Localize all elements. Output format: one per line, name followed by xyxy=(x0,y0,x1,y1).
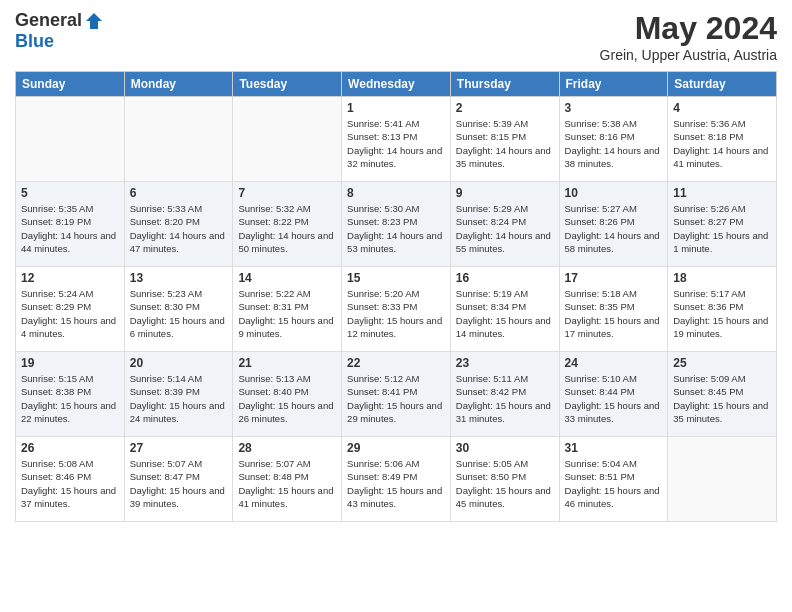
calendar-cell-5: 5Sunrise: 5:35 AMSunset: 8:19 PMDaylight… xyxy=(16,182,125,267)
calendar-header-row: SundayMondayTuesdayWednesdayThursdayFrid… xyxy=(16,72,777,97)
calendar-cell-17: 17Sunrise: 5:18 AMSunset: 8:35 PMDayligh… xyxy=(559,267,668,352)
logo-general-text: General xyxy=(15,10,82,31)
day-info: Sunrise: 5:32 AMSunset: 8:22 PMDaylight:… xyxy=(238,202,336,255)
day-info: Sunrise: 5:19 AMSunset: 8:34 PMDaylight:… xyxy=(456,287,554,340)
day-number: 20 xyxy=(130,356,228,370)
calendar-header-sunday: Sunday xyxy=(16,72,125,97)
calendar-cell-6: 6Sunrise: 5:33 AMSunset: 8:20 PMDaylight… xyxy=(124,182,233,267)
day-number: 5 xyxy=(21,186,119,200)
calendar-week-4: 19Sunrise: 5:15 AMSunset: 8:38 PMDayligh… xyxy=(16,352,777,437)
day-number: 13 xyxy=(130,271,228,285)
calendar-cell-27: 27Sunrise: 5:07 AMSunset: 8:47 PMDayligh… xyxy=(124,437,233,522)
calendar-cell-4: 4Sunrise: 5:36 AMSunset: 8:18 PMDaylight… xyxy=(668,97,777,182)
day-number: 12 xyxy=(21,271,119,285)
calendar-cell-28: 28Sunrise: 5:07 AMSunset: 8:48 PMDayligh… xyxy=(233,437,342,522)
title-section: May 2024 Grein, Upper Austria, Austria xyxy=(600,10,777,63)
day-info: Sunrise: 5:35 AMSunset: 8:19 PMDaylight:… xyxy=(21,202,119,255)
day-info: Sunrise: 5:20 AMSunset: 8:33 PMDaylight:… xyxy=(347,287,445,340)
calendar-header-tuesday: Tuesday xyxy=(233,72,342,97)
day-info: Sunrise: 5:22 AMSunset: 8:31 PMDaylight:… xyxy=(238,287,336,340)
day-number: 10 xyxy=(565,186,663,200)
calendar-cell-3: 3Sunrise: 5:38 AMSunset: 8:16 PMDaylight… xyxy=(559,97,668,182)
day-info: Sunrise: 5:38 AMSunset: 8:16 PMDaylight:… xyxy=(565,117,663,170)
day-info: Sunrise: 5:10 AMSunset: 8:44 PMDaylight:… xyxy=(565,372,663,425)
day-number: 23 xyxy=(456,356,554,370)
day-info: Sunrise: 5:24 AMSunset: 8:29 PMDaylight:… xyxy=(21,287,119,340)
day-number: 3 xyxy=(565,101,663,115)
calendar-cell-14: 14Sunrise: 5:22 AMSunset: 8:31 PMDayligh… xyxy=(233,267,342,352)
calendar-cell-16: 16Sunrise: 5:19 AMSunset: 8:34 PMDayligh… xyxy=(450,267,559,352)
calendar-week-5: 26Sunrise: 5:08 AMSunset: 8:46 PMDayligh… xyxy=(16,437,777,522)
calendar-cell-9: 9Sunrise: 5:29 AMSunset: 8:24 PMDaylight… xyxy=(450,182,559,267)
day-number: 26 xyxy=(21,441,119,455)
day-info: Sunrise: 5:06 AMSunset: 8:49 PMDaylight:… xyxy=(347,457,445,510)
day-number: 27 xyxy=(130,441,228,455)
day-info: Sunrise: 5:07 AMSunset: 8:47 PMDaylight:… xyxy=(130,457,228,510)
day-info: Sunrise: 5:17 AMSunset: 8:36 PMDaylight:… xyxy=(673,287,771,340)
day-number: 15 xyxy=(347,271,445,285)
day-info: Sunrise: 5:41 AMSunset: 8:13 PMDaylight:… xyxy=(347,117,445,170)
calendar-cell-7: 7Sunrise: 5:32 AMSunset: 8:22 PMDaylight… xyxy=(233,182,342,267)
day-info: Sunrise: 5:30 AMSunset: 8:23 PMDaylight:… xyxy=(347,202,445,255)
calendar-week-3: 12Sunrise: 5:24 AMSunset: 8:29 PMDayligh… xyxy=(16,267,777,352)
day-number: 14 xyxy=(238,271,336,285)
day-number: 8 xyxy=(347,186,445,200)
day-info: Sunrise: 5:23 AMSunset: 8:30 PMDaylight:… xyxy=(130,287,228,340)
day-number: 18 xyxy=(673,271,771,285)
calendar-header-monday: Monday xyxy=(124,72,233,97)
svg-marker-0 xyxy=(86,13,102,29)
calendar-cell-empty xyxy=(124,97,233,182)
day-number: 19 xyxy=(21,356,119,370)
day-number: 24 xyxy=(565,356,663,370)
calendar-cell-10: 10Sunrise: 5:27 AMSunset: 8:26 PMDayligh… xyxy=(559,182,668,267)
day-number: 25 xyxy=(673,356,771,370)
day-info: Sunrise: 5:11 AMSunset: 8:42 PMDaylight:… xyxy=(456,372,554,425)
day-info: Sunrise: 5:27 AMSunset: 8:26 PMDaylight:… xyxy=(565,202,663,255)
calendar-cell-15: 15Sunrise: 5:20 AMSunset: 8:33 PMDayligh… xyxy=(342,267,451,352)
day-info: Sunrise: 5:29 AMSunset: 8:24 PMDaylight:… xyxy=(456,202,554,255)
calendar-header-friday: Friday xyxy=(559,72,668,97)
calendar-header-wednesday: Wednesday xyxy=(342,72,451,97)
calendar-week-1: 1Sunrise: 5:41 AMSunset: 8:13 PMDaylight… xyxy=(16,97,777,182)
calendar-cell-18: 18Sunrise: 5:17 AMSunset: 8:36 PMDayligh… xyxy=(668,267,777,352)
day-info: Sunrise: 5:07 AMSunset: 8:48 PMDaylight:… xyxy=(238,457,336,510)
day-info: Sunrise: 5:14 AMSunset: 8:39 PMDaylight:… xyxy=(130,372,228,425)
calendar-cell-30: 30Sunrise: 5:05 AMSunset: 8:50 PMDayligh… xyxy=(450,437,559,522)
calendar-cell-25: 25Sunrise: 5:09 AMSunset: 8:45 PMDayligh… xyxy=(668,352,777,437)
day-number: 1 xyxy=(347,101,445,115)
day-info: Sunrise: 5:26 AMSunset: 8:27 PMDaylight:… xyxy=(673,202,771,255)
calendar-header-thursday: Thursday xyxy=(450,72,559,97)
month-title: May 2024 xyxy=(600,10,777,47)
day-number: 31 xyxy=(565,441,663,455)
calendar-cell-22: 22Sunrise: 5:12 AMSunset: 8:41 PMDayligh… xyxy=(342,352,451,437)
calendar-cell-29: 29Sunrise: 5:06 AMSunset: 8:49 PMDayligh… xyxy=(342,437,451,522)
calendar-cell-12: 12Sunrise: 5:24 AMSunset: 8:29 PMDayligh… xyxy=(16,267,125,352)
calendar-cell-26: 26Sunrise: 5:08 AMSunset: 8:46 PMDayligh… xyxy=(16,437,125,522)
day-number: 28 xyxy=(238,441,336,455)
day-info: Sunrise: 5:18 AMSunset: 8:35 PMDaylight:… xyxy=(565,287,663,340)
calendar-week-2: 5Sunrise: 5:35 AMSunset: 8:19 PMDaylight… xyxy=(16,182,777,267)
logo: General Blue xyxy=(15,10,104,52)
day-number: 16 xyxy=(456,271,554,285)
day-info: Sunrise: 5:15 AMSunset: 8:38 PMDaylight:… xyxy=(21,372,119,425)
calendar-cell-11: 11Sunrise: 5:26 AMSunset: 8:27 PMDayligh… xyxy=(668,182,777,267)
calendar-cell-empty xyxy=(668,437,777,522)
calendar-cell-23: 23Sunrise: 5:11 AMSunset: 8:42 PMDayligh… xyxy=(450,352,559,437)
calendar-cell-empty xyxy=(233,97,342,182)
logo-blue-text: Blue xyxy=(15,31,54,52)
day-info: Sunrise: 5:39 AMSunset: 8:15 PMDaylight:… xyxy=(456,117,554,170)
day-info: Sunrise: 5:08 AMSunset: 8:46 PMDaylight:… xyxy=(21,457,119,510)
calendar-cell-13: 13Sunrise: 5:23 AMSunset: 8:30 PMDayligh… xyxy=(124,267,233,352)
calendar-cell-2: 2Sunrise: 5:39 AMSunset: 8:15 PMDaylight… xyxy=(450,97,559,182)
header: General Blue May 2024 Grein, Upper Austr… xyxy=(15,10,777,63)
calendar-header-saturday: Saturday xyxy=(668,72,777,97)
calendar-cell-1: 1Sunrise: 5:41 AMSunset: 8:13 PMDaylight… xyxy=(342,97,451,182)
calendar-cell-8: 8Sunrise: 5:30 AMSunset: 8:23 PMDaylight… xyxy=(342,182,451,267)
logo-icon xyxy=(84,11,104,31)
day-number: 7 xyxy=(238,186,336,200)
day-number: 2 xyxy=(456,101,554,115)
day-info: Sunrise: 5:33 AMSunset: 8:20 PMDaylight:… xyxy=(130,202,228,255)
day-info: Sunrise: 5:04 AMSunset: 8:51 PMDaylight:… xyxy=(565,457,663,510)
page: General Blue May 2024 Grein, Upper Austr… xyxy=(0,0,792,612)
calendar-cell-19: 19Sunrise: 5:15 AMSunset: 8:38 PMDayligh… xyxy=(16,352,125,437)
